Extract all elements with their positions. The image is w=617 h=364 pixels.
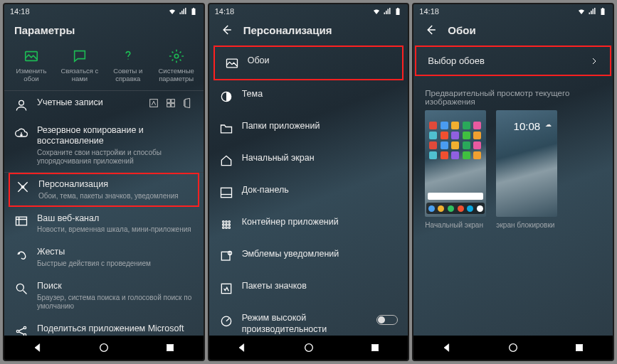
status-time: 14:18 [10,7,30,16]
svg-rect-16 [167,344,173,350]
row-gestures[interactable]: Жесты Быстрые действия с проведением [4,240,204,274]
cloud-icon [14,126,28,140]
nav-bar [209,336,408,360]
status-icons [577,7,607,16]
svg-point-22 [228,221,231,223]
microsoft-icon [165,97,176,109]
svg-point-12 [16,330,19,332]
nav-recent[interactable] [164,342,176,353]
row-accounts[interactable]: Учетные записи [4,91,204,119]
content: Обои Тема Папки приложений Начальный экр… [209,43,408,336]
row-drawer[interactable]: Контейнер приложений [209,208,408,240]
row-performance[interactable]: Режим высокой производительности Отключи… [209,304,408,336]
gear-icon [169,48,184,64]
grid-icon [219,218,233,232]
svg-point-28 [228,227,231,229]
quick-tile-label: Связаться с нами [58,68,101,83]
back-button[interactable] [219,23,233,37]
quick-tile-contact[interactable]: Связаться с нами [58,48,101,83]
titlebar: Персонализация [209,17,408,43]
battery-icon [598,7,607,16]
quick-tile-label: Изменить обои [10,68,53,83]
svg-rect-6 [167,104,170,107]
nav-recent[interactable] [369,342,381,353]
svg-point-26 [222,227,224,229]
svg-point-33 [305,344,312,352]
status-icons [372,7,402,16]
svg-rect-36 [576,344,583,350]
preview-lock[interactable]: 10:08 ☁ экран блокировки [496,110,557,229]
row-label: Выбор обоев [428,55,485,66]
svg-rect-5 [171,100,174,103]
nav-back[interactable] [32,342,43,353]
row-label: Эмблемы уведомлений [242,249,399,260]
battery-icon [189,7,198,16]
quick-tile-label: Советы и справка [107,68,149,83]
previews: Начальный экран 10:08 ☁ экран блокировки [413,110,613,229]
quick-tiles: Изменить обои Связаться с нами Советы и … [4,43,204,91]
signal-icon [179,7,187,16]
row-label: Пакеты значков [242,281,399,292]
svg-point-15 [100,344,107,352]
row-sublabel: Новости, временная шкала, мини-приложени… [37,225,194,234]
svg-point-2 [19,100,24,105]
row-select-wallpaper[interactable]: Выбор обоев [415,46,611,76]
performance-toggle[interactable] [376,315,398,325]
preview-caption: экран блокировки [496,221,557,229]
row-label: Жесты [37,247,194,258]
row-dock[interactable]: Док-панель [209,176,408,208]
row-wallpaper[interactable]: Обои [213,46,404,80]
row-label: Поиск [37,281,194,292]
row-sublabel: Браузер, система поиска и голосовой поис… [37,294,194,311]
row-folders[interactable]: Папки приложений [209,112,408,144]
row-iconpacks[interactable]: Пакеты значков [209,272,408,304]
search-icon [14,282,28,296]
row-search[interactable]: Поиск Браузер, система поиска и голосово… [4,274,204,317]
preview-home[interactable]: Начальный экран [425,110,486,229]
signal-icon [383,7,391,16]
page-title: Параметры [14,24,75,36]
row-label: Ваш веб-канал [37,213,194,225]
row-backup[interactable]: Резервное копирование и восстановление С… [4,119,204,173]
nav-back[interactable] [441,342,453,353]
row-sublabel: Сохраните свои настройки и способы упоря… [37,149,194,166]
help-icon [120,48,136,64]
dock-icon [219,186,233,200]
row-label: Обои [248,55,393,67]
row-label: Тема [242,89,399,100]
svg-point-14 [23,333,26,336]
quick-tile-system[interactable]: Системные параметры [155,48,198,83]
row-home[interactable]: Начальный экран [209,144,408,176]
row-theme[interactable]: Тема [209,80,408,112]
nav-bar [413,336,613,360]
dock-mini [426,203,485,214]
chevron-right-icon [590,57,598,65]
nav-home[interactable] [303,342,315,353]
nav-recent[interactable] [574,342,585,353]
page-title: Обои [448,24,475,36]
status-bar: 14:18 [413,4,613,17]
svg-point-24 [225,224,227,226]
feed-icon [14,214,28,228]
row-badges[interactable]: Эмблемы уведомлений [209,240,408,272]
wifi-icon [372,7,381,16]
svg-rect-29 [221,252,230,260]
preview-caption: Начальный экран [425,221,486,229]
row-label: Папки приложений [242,121,399,132]
screen-wallpaper: 14:18 Обои Выбор обоев Предварительный п… [412,3,614,361]
row-label: Док-панель [242,185,399,196]
nav-home[interactable] [507,342,519,353]
row-personalization[interactable]: Персонализация Обои, тема, пакеты значко… [9,173,199,207]
row-feed[interactable]: Ваш веб-канал Новости, временная шкала, … [4,207,204,241]
row-share[interactable]: Поделиться приложением Microsoft Launche… [4,317,204,336]
quick-tile-help[interactable]: Советы и справка [107,48,149,83]
row-label: Учетные записи [37,97,139,109]
svg-point-11 [16,284,23,291]
back-button[interactable] [423,23,438,37]
svg-point-21 [225,221,227,223]
nav-back[interactable] [236,342,248,353]
status-bar: 14:18 [209,4,408,17]
quick-tile-wallpaper[interactable]: Изменить обои [10,48,53,83]
nav-home[interactable] [98,342,110,353]
row-sublabel: Быстрые действия с проведением [37,259,194,268]
